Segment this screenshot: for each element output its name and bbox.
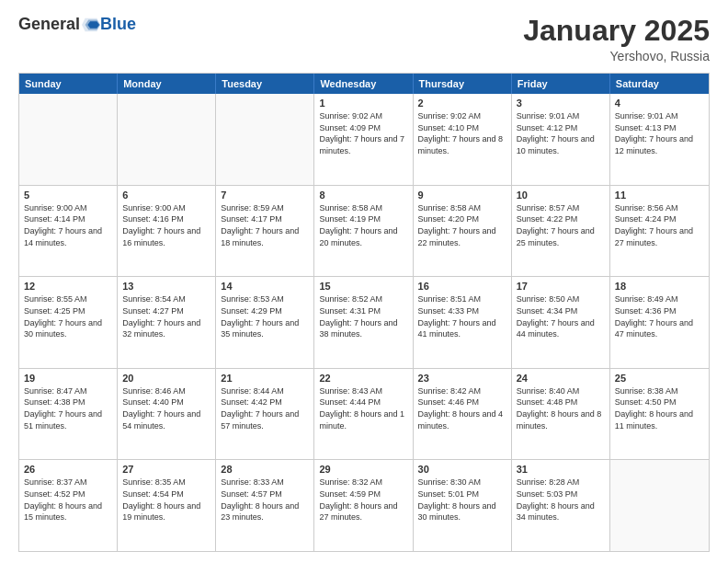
day-3: 3Sunrise: 9:01 AM Sunset: 4:12 PM Daylig…: [512, 94, 610, 185]
empty-cell: [610, 460, 709, 551]
day-number-16: 16: [418, 281, 506, 292]
day-number-28: 28: [221, 464, 309, 475]
day-number-5: 5: [24, 190, 112, 201]
day-9: 9Sunrise: 8:58 AM Sunset: 4:20 PM Daylig…: [414, 186, 512, 277]
day-number-19: 19: [24, 373, 112, 384]
day-number-3: 3: [517, 98, 605, 109]
day-number-1: 1: [319, 98, 407, 109]
week-row-0: 1Sunrise: 9:02 AM Sunset: 4:09 PM Daylig…: [19, 94, 709, 185]
day-info-26: Sunrise: 8:37 AM Sunset: 4:52 PM Dayligh…: [24, 477, 112, 523]
title-month: January 2025: [523, 15, 710, 47]
logo: General Blue: [18, 15, 136, 34]
day-info-22: Sunrise: 8:43 AM Sunset: 4:44 PM Dayligh…: [319, 385, 407, 431]
day-7: 7Sunrise: 8:59 AM Sunset: 4:17 PM Daylig…: [216, 186, 314, 277]
day-number-12: 12: [24, 281, 112, 292]
title-location: Yershovo, Russia: [523, 49, 710, 63]
day-11: 11Sunrise: 8:56 AM Sunset: 4:24 PM Dayli…: [610, 186, 709, 277]
day-number-4: 4: [615, 98, 704, 109]
day-19: 19Sunrise: 8:47 AM Sunset: 4:38 PM Dayli…: [19, 369, 118, 460]
day-info-24: Sunrise: 8:40 AM Sunset: 4:48 PM Dayligh…: [517, 385, 605, 431]
day-29: 29Sunrise: 8:32 AM Sunset: 4:59 PM Dayli…: [314, 460, 413, 551]
page: General Blue January 2025 Yershovo, Russ…: [0, 0, 728, 563]
day-number-10: 10: [517, 190, 605, 201]
day-info-31: Sunrise: 8:28 AM Sunset: 5:03 PM Dayligh…: [517, 477, 605, 523]
logo-blue: Blue: [100, 15, 136, 34]
day-27: 27Sunrise: 8:35 AM Sunset: 4:54 PM Dayli…: [118, 460, 216, 551]
day-number-2: 2: [418, 98, 506, 109]
day-26: 26Sunrise: 8:37 AM Sunset: 4:52 PM Dayli…: [19, 460, 118, 551]
header-wednesday: Wednesday: [314, 74, 413, 94]
day-number-14: 14: [221, 281, 309, 292]
header-sunday: Sunday: [19, 74, 118, 94]
day-number-25: 25: [615, 373, 704, 384]
day-number-7: 7: [221, 190, 309, 201]
day-info-7: Sunrise: 8:59 AM Sunset: 4:17 PM Dayligh…: [221, 202, 309, 248]
day-17: 17Sunrise: 8:50 AM Sunset: 4:34 PM Dayli…: [512, 277, 610, 368]
calendar-body: 1Sunrise: 9:02 AM Sunset: 4:09 PM Daylig…: [19, 94, 709, 551]
header-tuesday: Tuesday: [216, 74, 314, 94]
day-20: 20Sunrise: 8:46 AM Sunset: 4:40 PM Dayli…: [118, 369, 216, 460]
day-info-23: Sunrise: 8:42 AM Sunset: 4:46 PM Dayligh…: [418, 385, 506, 431]
day-info-19: Sunrise: 8:47 AM Sunset: 4:38 PM Dayligh…: [24, 385, 112, 431]
day-number-9: 9: [418, 190, 506, 201]
week-row-1: 5Sunrise: 9:00 AM Sunset: 4:14 PM Daylig…: [19, 185, 709, 277]
week-row-2: 12Sunrise: 8:55 AM Sunset: 4:25 PM Dayli…: [19, 276, 709, 368]
day-info-17: Sunrise: 8:50 AM Sunset: 4:34 PM Dayligh…: [517, 293, 605, 339]
day-21: 21Sunrise: 8:44 AM Sunset: 4:42 PM Dayli…: [216, 369, 314, 460]
day-number-15: 15: [319, 281, 407, 292]
day-10: 10Sunrise: 8:57 AM Sunset: 4:22 PM Dayli…: [512, 186, 610, 277]
day-8: 8Sunrise: 8:58 AM Sunset: 4:19 PM Daylig…: [314, 186, 413, 277]
day-info-10: Sunrise: 8:57 AM Sunset: 4:22 PM Dayligh…: [517, 202, 605, 248]
day-number-13: 13: [122, 281, 210, 292]
day-number-20: 20: [122, 373, 210, 384]
day-number-6: 6: [122, 190, 210, 201]
day-25: 25Sunrise: 8:38 AM Sunset: 4:50 PM Dayli…: [610, 369, 709, 460]
day-info-1: Sunrise: 9:02 AM Sunset: 4:09 PM Dayligh…: [319, 110, 407, 156]
day-info-11: Sunrise: 8:56 AM Sunset: 4:24 PM Dayligh…: [615, 202, 704, 248]
day-number-18: 18: [615, 281, 704, 292]
day-info-15: Sunrise: 8:52 AM Sunset: 4:31 PM Dayligh…: [319, 293, 407, 339]
day-28: 28Sunrise: 8:33 AM Sunset: 4:57 PM Dayli…: [216, 460, 314, 551]
day-number-23: 23: [418, 373, 506, 384]
day-18: 18Sunrise: 8:49 AM Sunset: 4:36 PM Dayli…: [610, 277, 709, 368]
week-row-3: 19Sunrise: 8:47 AM Sunset: 4:38 PM Dayli…: [19, 368, 709, 460]
day-23: 23Sunrise: 8:42 AM Sunset: 4:46 PM Dayli…: [414, 369, 512, 460]
title-block: January 2025 Yershovo, Russia: [523, 15, 710, 63]
day-info-25: Sunrise: 8:38 AM Sunset: 4:50 PM Dayligh…: [615, 385, 704, 431]
day-12: 12Sunrise: 8:55 AM Sunset: 4:25 PM Dayli…: [19, 277, 118, 368]
day-6: 6Sunrise: 9:00 AM Sunset: 4:16 PM Daylig…: [118, 186, 216, 277]
day-info-5: Sunrise: 9:00 AM Sunset: 4:14 PM Dayligh…: [24, 202, 112, 248]
day-22: 22Sunrise: 8:43 AM Sunset: 4:44 PM Dayli…: [314, 369, 413, 460]
day-number-31: 31: [517, 464, 605, 475]
day-info-3: Sunrise: 9:01 AM Sunset: 4:12 PM Dayligh…: [517, 110, 605, 156]
day-info-28: Sunrise: 8:33 AM Sunset: 4:57 PM Dayligh…: [221, 477, 309, 523]
day-number-22: 22: [319, 373, 407, 384]
day-info-2: Sunrise: 9:02 AM Sunset: 4:10 PM Dayligh…: [418, 110, 506, 156]
day-24: 24Sunrise: 8:40 AM Sunset: 4:48 PM Dayli…: [512, 369, 610, 460]
day-number-30: 30: [418, 464, 506, 475]
day-number-27: 27: [122, 464, 210, 475]
logo-general: General: [18, 15, 80, 34]
logo-icon: [82, 16, 100, 34]
empty-cell: [19, 94, 118, 185]
day-info-4: Sunrise: 9:01 AM Sunset: 4:13 PM Dayligh…: [615, 110, 704, 156]
day-16: 16Sunrise: 8:51 AM Sunset: 4:33 PM Dayli…: [414, 277, 512, 368]
calendar: Sunday Monday Tuesday Wednesday Thursday…: [18, 73, 710, 552]
day-13: 13Sunrise: 8:54 AM Sunset: 4:27 PM Dayli…: [118, 277, 216, 368]
day-1: 1Sunrise: 9:02 AM Sunset: 4:09 PM Daylig…: [314, 94, 413, 185]
day-info-13: Sunrise: 8:54 AM Sunset: 4:27 PM Dayligh…: [122, 293, 210, 339]
day-number-29: 29: [319, 464, 407, 475]
day-number-26: 26: [24, 464, 112, 475]
day-info-12: Sunrise: 8:55 AM Sunset: 4:25 PM Dayligh…: [24, 293, 112, 339]
day-14: 14Sunrise: 8:53 AM Sunset: 4:29 PM Dayli…: [216, 277, 314, 368]
day-number-24: 24: [517, 373, 605, 384]
day-number-17: 17: [517, 281, 605, 292]
header-thursday: Thursday: [414, 74, 512, 94]
day-30: 30Sunrise: 8:30 AM Sunset: 5:01 PM Dayli…: [414, 460, 512, 551]
calendar-header: Sunday Monday Tuesday Wednesday Thursday…: [19, 74, 709, 94]
day-31: 31Sunrise: 8:28 AM Sunset: 5:03 PM Dayli…: [512, 460, 610, 551]
header-monday: Monday: [118, 74, 216, 94]
header: General Blue January 2025 Yershovo, Russ…: [18, 15, 710, 63]
day-info-8: Sunrise: 8:58 AM Sunset: 4:19 PM Dayligh…: [319, 202, 407, 248]
header-friday: Friday: [512, 74, 610, 94]
